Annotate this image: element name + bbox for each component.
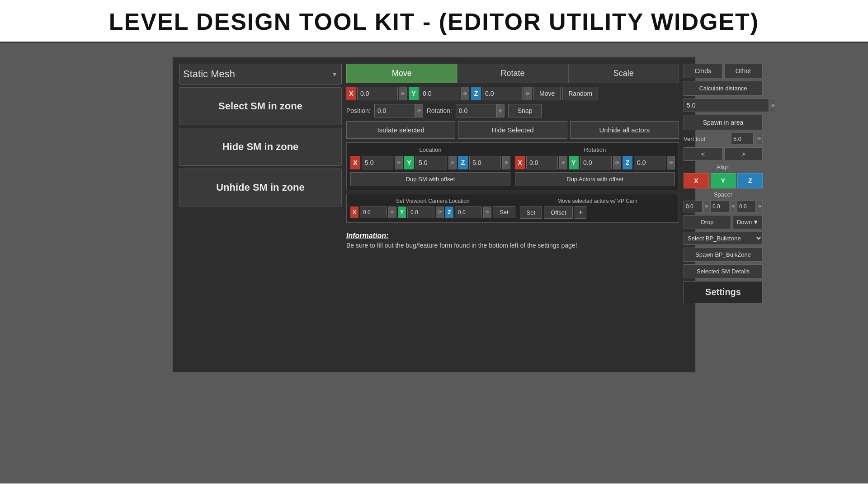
loc-x-spin[interactable]: ⟳ [395,156,403,169]
viewport-title: Set Viewport Camera Location [350,198,515,204]
rotation-col: Rotation X ⟳ Y ⟳ Z ⟳ Dup Actors w [515,146,675,186]
vp-x-input[interactable] [360,206,387,218]
y-move-input[interactable] [420,87,460,100]
widget-body: Static Mesh ▼ Select SM in zone Hide SM … [179,64,689,303]
vp-y-input[interactable] [407,206,434,218]
spawn-bp-bulkzone-button[interactable]: Spawn BP_BulkZone [684,248,763,262]
gt-button[interactable]: > [724,147,763,161]
vp-z-spin[interactable]: ⟳ [483,206,491,218]
vp-z-input[interactable] [455,206,482,218]
spacer-z-spin[interactable]: ⟳ [757,201,763,212]
move-actors-title: Move selected actors w/ VP Cam [520,198,675,204]
spacer-fields: ⟳ ⟳ ⟳ [684,201,763,212]
viewport-set-button[interactable]: Set [493,206,515,218]
rot-x-spin[interactable]: ⟳ [559,156,567,169]
align-z-button[interactable]: Z [737,173,763,188]
align-label: Align [684,164,763,170]
rotation-spin-icon[interactable]: ⟳ [496,104,505,117]
unhide-sm-zone-button[interactable]: Unhide SM in zone [179,169,342,206]
center-panel: Move Rotate Scale X ⟳ Y ⟳ [346,64,679,303]
spawn-value-input[interactable] [684,99,769,112]
z-label: Z [471,87,481,100]
tab-rotate[interactable]: Rotate [457,64,568,83]
location-title: Location [350,146,510,153]
dup-sm-offset-button[interactable]: Dup SM with offset [350,172,510,186]
selected-sm-details-button[interactable]: Selected SM Details [684,264,763,278]
z-move-input[interactable] [482,87,523,100]
hide-selected-button[interactable]: Hide Selected [458,121,567,139]
spawn-in-area-button[interactable]: Spawn in area [684,115,763,130]
select-sm-zone-button[interactable]: Select SM in zone [179,87,342,125]
vert-tool-label: Vert tool [684,136,729,142]
isolate-selected-button[interactable]: Isolate selected [346,121,455,139]
vert-tool-spin-icon[interactable]: ⟳ [755,133,763,145]
spawn-spin-icon[interactable]: ⟳ [771,99,775,112]
viewport-camera-col: Set Viewport Camera Location X ⟳ Y ⟳ Z ⟳… [350,198,515,218]
align-y-button[interactable]: Y [711,173,736,188]
spacer-y-input[interactable] [710,201,729,212]
rot-x-input[interactable] [526,156,558,169]
spacer-x-spin[interactable]: ⟳ [703,201,709,212]
random-button[interactable]: Random [562,87,598,100]
x-field-group: X ⟳ [346,87,407,100]
pos-rot-row: Position: ⟳ Rotation: ⟳ Snap [346,104,679,117]
location-rotation-section: Location X ⟳ Y ⟳ Z ⟳ Dup SM with [346,142,679,190]
dup-actors-offset-button[interactable]: Dup Actors with offset [515,172,675,186]
cmds-tab[interactable]: Cmds [684,64,722,78]
loc-z-input[interactable] [469,156,501,169]
tab-move[interactable]: Move [346,64,457,83]
align-buttons: X Y Z [684,173,763,188]
app-title: LEVEL DESIGN TOOL KIT - (EDITOR UTILITY … [0,8,868,35]
hide-sm-zone-button[interactable]: Hide SM in zone [179,128,342,166]
align-x-button[interactable]: X [684,173,709,188]
other-tab[interactable]: Other [724,64,763,78]
loc-y-input[interactable] [415,156,447,169]
rot-y-spin[interactable]: ⟳ [613,156,621,169]
info-section: Information: Be sure to fill out the bug… [346,230,679,251]
vp-y-spin[interactable]: ⟳ [436,206,444,218]
position-field-group: ⟳ [374,104,423,117]
unhide-all-actors-button[interactable]: Unhide all actors [570,121,679,139]
spacer-z-input[interactable] [737,201,756,212]
tab-scale[interactable]: Scale [568,64,679,83]
drop-button[interactable]: Drop [684,215,731,229]
loc-x-input[interactable] [362,156,393,169]
position-spin-icon[interactable]: ⟳ [415,104,423,117]
down-button[interactable]: Down ▼ [733,215,763,229]
snap-button[interactable]: Snap [508,104,542,117]
vp-x-spin[interactable]: ⟳ [388,206,396,218]
drop-row: Drop Down ▼ [684,215,763,229]
offset-button[interactable]: Offset [544,206,573,219]
move-button[interactable]: Move [533,87,561,100]
rot-z-input[interactable] [634,156,665,169]
title-bar: LEVEL DESIGN TOOL KIT - (EDITOR UTILITY … [0,0,868,43]
rotation-input[interactable] [456,104,496,117]
vert-tool-input[interactable] [731,133,754,145]
vp-x-label: X [350,206,359,218]
bp-bulkzone-select[interactable]: Select BP_BulkzoneOption2 [684,232,763,245]
vp-z-label: Z [445,206,453,218]
rot-y-input[interactable] [580,156,612,169]
x-spin-icon[interactable]: ⟳ [399,87,407,100]
rotation-fields: X ⟳ Y ⟳ Z ⟳ [515,156,675,169]
rot-z-spin[interactable]: ⟳ [667,156,675,169]
mesh-type-dropdown[interactable]: Static Mesh ▼ [179,64,342,84]
plus-button[interactable]: + [575,206,586,219]
y-spin-icon[interactable]: ⟳ [461,87,469,100]
lt-button[interactable]: < [684,147,722,161]
spacer-x-input[interactable] [684,201,703,212]
widget-container: Static Mesh ▼ Select SM in zone Hide SM … [172,56,696,373]
calculate-distance-button[interactable]: Calculate distance [684,81,763,96]
vp-y-label: Y [398,206,406,218]
loc-z-spin[interactable]: ⟳ [502,156,510,169]
settings-button[interactable]: Settings [684,281,763,303]
move-actors-set-button[interactable]: Set [520,206,542,219]
xyz-move-row: X ⟳ Y ⟳ Z ⟳ Move Random [346,87,679,100]
dropdown-label: Static Mesh [183,68,329,80]
z-spin-icon[interactable]: ⟳ [524,87,532,100]
spacer-y-spin[interactable]: ⟳ [730,201,736,212]
x-move-input[interactable] [357,87,398,100]
rotation-label: Rotation: [427,107,452,114]
position-input[interactable] [374,104,415,117]
loc-y-spin[interactable]: ⟳ [448,156,457,169]
